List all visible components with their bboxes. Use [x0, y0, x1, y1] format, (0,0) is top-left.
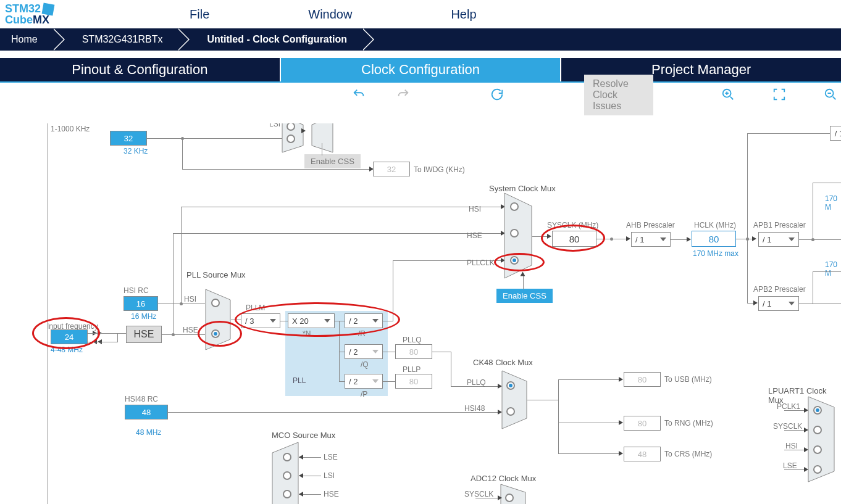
system-clock-mux-title: System Clock Mux: [489, 184, 556, 193]
ahb-prescaler-select[interactable]: / 1: [631, 232, 671, 247]
svg-marker-3: [312, 123, 333, 152]
note-170-a: 170 M: [825, 194, 841, 212]
sysmux-pllclk-radio[interactable]: [510, 256, 519, 265]
mco-lsi-label: LSI: [324, 471, 335, 480]
rtc-mux-lsi-radio[interactable]: [287, 134, 295, 143]
clock-diagram[interactable]: 1-1000 KHz 32 32 KHz LSI Enable CSS 32 T…: [0, 123, 841, 504]
pllr-select[interactable]: / 2: [345, 313, 383, 328]
pllq-div-label: /Q: [361, 360, 369, 369]
usb-label: To USB (MHz): [664, 375, 712, 384]
menu-help[interactable]: Help: [451, 7, 476, 22]
hclk-value[interactable]: 80: [692, 231, 736, 247]
lpuart-sysclk-radio[interactable]: [813, 426, 822, 434]
pllr-label: /R: [358, 329, 366, 338]
chevron-down-icon: [270, 319, 276, 323]
menu-window[interactable]: Window: [308, 7, 352, 22]
chevron-down-icon: [324, 319, 330, 323]
ck48-pllq-radio[interactable]: [506, 381, 515, 390]
adc-sysclk-radio[interactable]: [505, 494, 514, 502]
chevron-down-icon: [789, 238, 795, 241]
hse-sig-label: HSE: [183, 326, 198, 334]
lpuart-hsi-radio[interactable]: [813, 445, 822, 454]
enable-css-lse-button[interactable]: Enable CSS: [304, 154, 361, 168]
crs-label: To CRS (MHz): [664, 450, 712, 458]
diagram-toolbar: Resolve Clock Issues: [0, 83, 841, 107]
sysmux-hse-radio[interactable]: [510, 229, 519, 238]
ck48-pllq-label: PLLQ: [467, 378, 486, 387]
adc12-mux[interactable]: [500, 484, 526, 504]
pllp-select[interactable]: / 2: [345, 374, 383, 389]
crumb-home[interactable]: Home: [0, 28, 64, 51]
lsi-label: LSI: [269, 123, 280, 128]
cube-icon: [42, 3, 55, 16]
lpuart-lse-label: LSE: [783, 461, 797, 470]
pllq-out-value: 80: [395, 344, 432, 359]
lpuart-pclk1-radio[interactable]: [813, 406, 822, 415]
sysmux-hsi-radio[interactable]: [510, 202, 519, 211]
hclk-label: HCLK (MHz): [694, 221, 736, 229]
enable-css-button[interactable]: Enable CSS: [496, 289, 553, 303]
chevron-down-icon: [660, 238, 666, 241]
hsi48-unit: 48 MHz: [136, 428, 161, 437]
top-right-div1[interactable]: / 1: [830, 126, 841, 141]
refresh-button[interactable]: [490, 88, 504, 102]
apb2-prescaler-select[interactable]: / 1: [758, 296, 799, 311]
logo: STM32 CubeMX: [5, 4, 54, 25]
pllq-label: PLLQ: [403, 336, 422, 344]
ahb-prescaler-label: AHB Prescaler: [626, 221, 675, 229]
tab-clock[interactable]: Clock Configuration: [281, 58, 562, 81]
hse-input-value[interactable]: 24: [51, 329, 88, 344]
main-tabs: Pinout & Configuration Clock Configurati…: [0, 58, 841, 81]
pll-source-mux-title: PLL Source Mux: [186, 270, 246, 279]
sysclk-label: SYSCLK (MHz): [547, 221, 598, 229]
tab-pinout[interactable]: Pinout & Configuration: [0, 58, 281, 81]
mco-lse-radio[interactable]: [283, 453, 291, 461]
logo-stm32: STM32: [5, 2, 41, 15]
chevron-down-icon: [372, 350, 379, 353]
lsi-range-label: 1-1000 KHz: [51, 125, 90, 133]
zoom-in-button[interactable]: [721, 88, 738, 102]
chevron-down-icon: [372, 379, 379, 383]
mco-hse-radio[interactable]: [283, 490, 291, 498]
adc-mux-title: ADC12 Clock Mux: [471, 474, 536, 483]
hsi48-rc-label: HSI48 RC: [125, 395, 158, 403]
fit-button[interactable]: [772, 88, 790, 102]
lpuart-lse-radio[interactable]: [813, 465, 822, 474]
lpuart-hsi-label: HSI: [785, 442, 798, 450]
crumb-part[interactable]: STM32G431RBTx: [64, 28, 189, 51]
redo-button[interactable]: [396, 88, 410, 102]
crumb-current[interactable]: Untitled - Clock Configuration: [188, 28, 373, 51]
lpuart-sysclk-label: SYSCLK: [773, 422, 802, 431]
logo-mx: MX: [33, 14, 49, 26]
sysclk-value[interactable]: 80: [552, 231, 596, 247]
pll-src-hsi-radio[interactable]: [211, 299, 220, 307]
pllp-out-value: 80: [395, 374, 432, 389]
svg-marker-8: [501, 484, 525, 504]
menu-bar: File Window Help: [190, 7, 477, 22]
apb1-prescaler-select[interactable]: / 1: [758, 232, 799, 247]
pllm-select[interactable]: / 3: [241, 313, 280, 328]
resolve-clock-issues-button[interactable]: Resolve Clock Issues: [584, 75, 653, 115]
hsi48-value[interactable]: 48: [125, 405, 168, 419]
hsi-rc-label: HSI RC: [123, 286, 149, 295]
hsi-value[interactable]: 16: [123, 296, 158, 311]
pllq-select[interactable]: / 2: [345, 344, 383, 359]
lpuart-pclk1-label: PCLK1: [777, 402, 800, 411]
hsi-sig-label: HSI: [184, 295, 196, 304]
ck48-hsi48-radio[interactable]: [506, 407, 515, 416]
pll-source-mux[interactable]: [205, 289, 231, 350]
top-bar: STM32 CubeMX File Window Help: [0, 0, 841, 28]
note-170-b: 170 M: [825, 260, 841, 278]
plln-select[interactable]: X 20: [288, 313, 335, 328]
hse-range: 4-48 MHz: [51, 345, 83, 354]
adc-sysclk-label: SYSCLK: [464, 490, 493, 498]
ck48-mux[interactable]: [501, 370, 527, 429]
breadcrumb: Home STM32G431RBTx Untitled - Clock Conf…: [0, 28, 841, 51]
mco-lsi-radio[interactable]: [283, 471, 291, 480]
pll-src-hse-radio[interactable]: [211, 329, 220, 338]
lsi-value[interactable]: 32: [110, 131, 147, 146]
pllp-div-label: /P: [361, 390, 367, 399]
zoom-out-button[interactable]: [824, 88, 841, 102]
undo-button[interactable]: [352, 88, 366, 102]
menu-file[interactable]: File: [190, 7, 209, 22]
